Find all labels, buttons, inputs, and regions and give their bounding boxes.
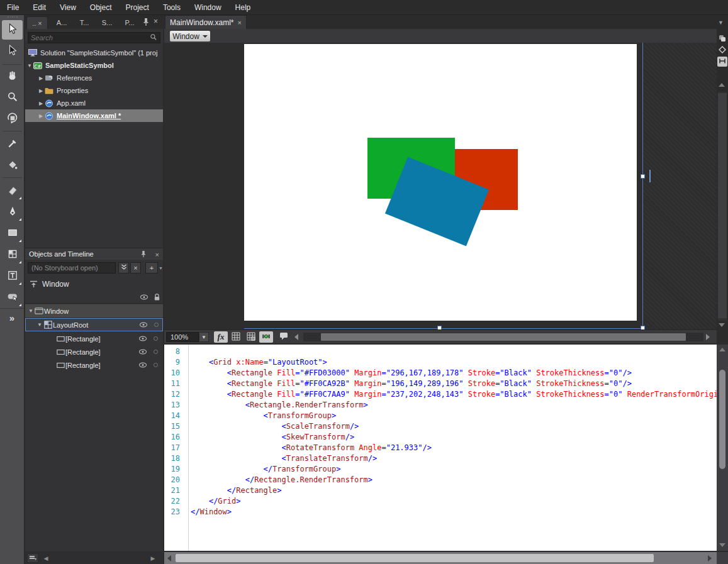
xaml-view-button[interactable] — [717, 45, 727, 55]
artboard-vscroll-thumb[interactable] — [718, 93, 727, 318]
paint-bucket-tool-button[interactable] — [2, 156, 23, 175]
design-view-button[interactable] — [717, 34, 727, 44]
pin-icon[interactable] — [140, 250, 147, 259]
scroll-up-icon[interactable] — [719, 83, 725, 87]
objects-tree-rectangle-1[interactable]: [Rectangle] — [25, 332, 163, 345]
pin-icon[interactable] — [142, 18, 150, 28]
code-vscrollbar[interactable] — [717, 345, 728, 551]
layers-options-icon[interactable] — [27, 553, 38, 563]
expander-right-icon[interactable]: ▶ — [38, 75, 44, 81]
objects-tree-window[interactable]: ▼ Window — [25, 304, 163, 318]
pen-tool-button[interactable] — [2, 202, 23, 222]
close-storyboard-button[interactable]: × — [130, 262, 141, 274]
close-icon[interactable]: × — [237, 19, 241, 26]
lock-toggle[interactable] — [154, 350, 158, 354]
selection-handle-right[interactable] — [641, 174, 645, 179]
layout-panel-tool-button[interactable] — [2, 245, 23, 265]
scroll-down-icon[interactable] — [719, 543, 725, 547]
new-storyboard-button[interactable]: + — [145, 262, 158, 274]
search-input[interactable] — [28, 34, 150, 41]
scroll-left-icon[interactable]: ◀ — [42, 555, 50, 561]
eraser-tool-button[interactable] — [2, 181, 23, 201]
palette-grip[interactable] — [8, 16, 18, 18]
menu-tools[interactable]: Tools — [156, 3, 188, 12]
snap-to-snaplines-button[interactable] — [259, 331, 273, 343]
direct-selection-tool-button[interactable] — [2, 41, 23, 61]
artboard-vscroll-track[interactable] — [718, 92, 727, 321]
expander-down-icon[interactable]: ▼ — [26, 63, 33, 69]
tree-item-properties[interactable]: ▶ Properties — [25, 84, 163, 97]
code-hscroll-thumb[interactable] — [176, 554, 654, 562]
solution-node[interactable]: Solution "SampleStaticSymbol" (1 proj — [25, 47, 163, 59]
text-tool-button[interactable] — [2, 267, 23, 286]
show-grid-button[interactable] — [229, 331, 243, 343]
scroll-up-icon[interactable] — [719, 348, 725, 351]
eye-toggle[interactable] — [138, 348, 147, 355]
artboard[interactable] — [164, 43, 717, 329]
menu-edit[interactable]: Edit — [26, 3, 53, 12]
artboard-scroll-left-icon[interactable] — [294, 334, 298, 340]
menu-file[interactable]: File — [0, 3, 26, 12]
eye-column-icon[interactable] — [140, 294, 148, 301]
button-tool-button[interactable] — [2, 288, 23, 307]
tree-item-app-xaml[interactable]: ▶ App.xaml — [25, 97, 163, 109]
expander-down-icon[interactable]: ▼ — [36, 322, 43, 328]
storyboard-picker[interactable]: (No Storyboard open) — [28, 262, 116, 274]
menu-window[interactable]: Window — [188, 3, 228, 12]
tree-item-references[interactable]: ▶ References — [25, 72, 163, 84]
scope-bar[interactable]: Window — [25, 277, 163, 290]
objects-tree-layoutroot[interactable]: ▼ LayoutRoot — [25, 318, 163, 331]
annotations-button[interactable] — [277, 331, 291, 343]
open-storyboard-button[interactable] — [118, 262, 129, 274]
close-panel-icon[interactable]: × — [154, 18, 158, 25]
scroll-right-icon[interactable]: ▶ — [149, 555, 157, 561]
storyboard-options-caret-icon[interactable]: ▼ — [159, 266, 163, 270]
xaml-code-editor[interactable]: 89 <Grid x:Name="LayoutRoot">10 <Rectang… — [164, 345, 717, 551]
objects-tree-rectangle-3[interactable]: [Rectangle] — [25, 358, 163, 372]
snap-to-grid-button[interactable] — [244, 331, 258, 343]
artboard-hscroll-thumb[interactable] — [321, 333, 686, 341]
camera-orbit-tool-button[interactable] — [2, 109, 23, 129]
scroll-down-icon[interactable] — [719, 323, 725, 327]
menu-view[interactable]: View — [53, 3, 83, 12]
eyedropper-tool-button[interactable] — [2, 135, 23, 154]
zoom-dropdown-button[interactable]: ▼ — [199, 332, 209, 342]
tab-projects[interactable]: .. × — [26, 16, 48, 29]
tree-item-mainwindow-xaml[interactable]: ▶ MainWindow.xaml * — [25, 109, 163, 122]
close-icon[interactable]: × — [38, 20, 42, 26]
expander-right-icon[interactable]: ▶ — [38, 101, 44, 106]
lock-toggle[interactable] — [154, 323, 159, 327]
close-icon[interactable]: × — [155, 252, 159, 258]
breadcrumb-window-button[interactable]: Window — [170, 31, 210, 41]
zoom-tool-button[interactable] — [2, 88, 23, 108]
split-view-button[interactable] — [717, 57, 727, 67]
pan-tool-button[interactable] — [2, 67, 23, 86]
zoom-level-value[interactable]: 100% — [166, 332, 199, 342]
document-tab-mainwindow[interactable]: MainWindow.xaml* × — [165, 15, 247, 29]
assets-expander-button[interactable]: » — [0, 308, 24, 327]
expander-right-icon[interactable]: ▶ — [38, 113, 44, 119]
scroll-left-icon[interactable] — [167, 555, 171, 561]
design-canvas[interactable] — [244, 44, 637, 321]
code-vscroll-thumb[interactable] — [719, 370, 725, 469]
selection-tool-button[interactable] — [2, 20, 23, 40]
lock-toggle[interactable] — [154, 363, 158, 367]
scope-up-icon[interactable] — [28, 279, 38, 289]
code-hscrollbar[interactable] — [164, 552, 717, 564]
tab-triggers[interactable]: T... — [74, 16, 94, 29]
rectangle-tool-button[interactable] — [2, 224, 23, 243]
eye-toggle[interactable] — [139, 321, 148, 328]
project-node[interactable]: ▼ C# SampleStaticSymbol — [25, 59, 163, 72]
expander-down-icon[interactable]: ▼ — [28, 308, 34, 314]
scroll-right-icon[interactable] — [708, 555, 712, 561]
tab-parts[interactable]: P... — [120, 16, 140, 29]
effects-toggle-button[interactable]: fx — [214, 331, 228, 343]
eye-toggle[interactable] — [138, 362, 147, 368]
lock-toggle[interactable] — [154, 336, 158, 341]
tab-assets[interactable]: A... — [52, 16, 72, 29]
tab-states[interactable]: S... — [97, 16, 117, 29]
artboard-scroll-right-icon[interactable] — [706, 334, 710, 340]
objects-tree-rectangle-2[interactable]: [Rectangle] — [25, 345, 163, 358]
lock-column-icon[interactable] — [154, 293, 160, 303]
menu-object[interactable]: Object — [83, 3, 119, 12]
